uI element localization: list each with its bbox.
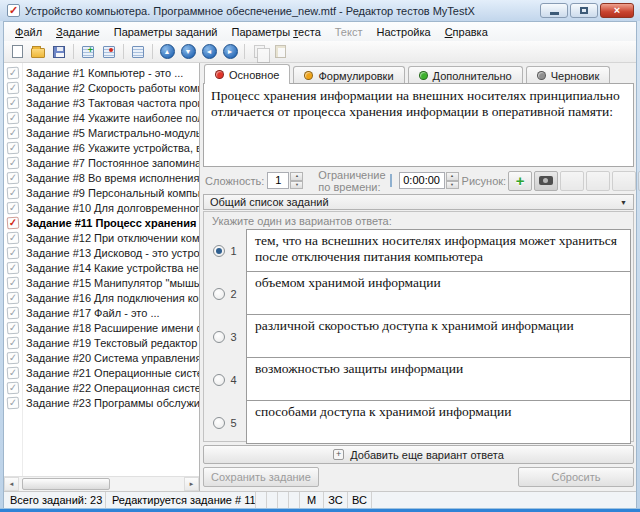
task-check-icon: ✓ bbox=[7, 126, 20, 139]
answer-text-field[interactable]: объемом хранимой информации bbox=[246, 271, 631, 315]
time-limit-checkbox[interactable] bbox=[390, 174, 392, 187]
open-file-button[interactable] bbox=[28, 42, 48, 61]
nav-down-icon: ▼ bbox=[181, 44, 196, 59]
status-cell-empty bbox=[278, 492, 289, 508]
task-list-item[interactable]: ✓Задание #14 Какие устройства не предназ… bbox=[4, 260, 199, 275]
menu-item-3[interactable]: Параметры теста bbox=[224, 24, 327, 40]
scroll-right-icon[interactable]: ► bbox=[184, 477, 199, 491]
copy-button bbox=[249, 42, 269, 61]
nav-down-button[interactable]: ▼ bbox=[178, 42, 198, 61]
maximize-button[interactable] bbox=[570, 3, 598, 18]
scrollbar-track[interactable] bbox=[19, 477, 184, 491]
tab-1[interactable]: Формулировки bbox=[293, 66, 404, 84]
task-list-item[interactable]: ✓Задание #18 Расширение имени файла, как… bbox=[4, 320, 199, 335]
answer-radio[interactable] bbox=[213, 331, 225, 343]
task-list-item[interactable]: ✓Задание #9 Персональный компьютер не бу… bbox=[4, 185, 199, 200]
task-list-item[interactable]: ✓Задание #10 Для долговременного хранени… bbox=[4, 200, 199, 215]
answer-radio[interactable] bbox=[213, 417, 225, 429]
task-list-item[interactable]: ✓Задание #16 Для подключения компьютера … bbox=[4, 290, 199, 305]
add-answer-button[interactable]: + Добавить еще вариант ответа bbox=[203, 445, 634, 464]
task-list-item[interactable]: ✓Задание #1 Компьютер - это ... bbox=[4, 65, 199, 80]
task-group-dropdown[interactable]: Общий список заданий ▼ bbox=[203, 194, 634, 210]
menu-item-0[interactable]: Файл bbox=[8, 24, 49, 40]
menu-item-6[interactable]: Справка bbox=[438, 24, 495, 40]
answer-option-row: 2объемом хранимой информации bbox=[204, 272, 631, 315]
move-task-icon bbox=[132, 46, 144, 58]
answer-radio[interactable] bbox=[213, 288, 225, 300]
answer-text-field[interactable]: тем, что на вснешних носителях информаци… bbox=[246, 229, 631, 272]
nav-next-button[interactable]: ► bbox=[220, 42, 240, 61]
move-task-button[interactable] bbox=[128, 42, 148, 61]
task-list-item[interactable]: ✓Задание #19 Текстовый редактор представ… bbox=[4, 335, 199, 350]
tab-0[interactable]: Основное bbox=[204, 64, 290, 84]
answer-number: 5 bbox=[230, 417, 236, 429]
task-list-item[interactable]: ✓Задание #5 Магистрально-модульный принц… bbox=[4, 125, 199, 140]
answer-number: 4 bbox=[230, 374, 236, 386]
new-file-button[interactable] bbox=[7, 42, 27, 61]
task-check-icon: ✓ bbox=[7, 366, 20, 379]
task-list-item[interactable]: ✓Задание #20 Система управления базами д… bbox=[4, 350, 199, 365]
question-text-field[interactable]: Процесс хранения информации на внешних н… bbox=[203, 83, 634, 167]
task-list-item[interactable]: ✓Задание #6 Укажите устройства, входящие… bbox=[4, 140, 199, 155]
window-title: Устройство компьютера. Программное обесп… bbox=[25, 5, 535, 17]
menu-item-5[interactable]: Настройка bbox=[369, 24, 437, 40]
delete-task-icon bbox=[103, 46, 115, 58]
nav-prev-button[interactable]: ◄ bbox=[199, 42, 219, 61]
reset-button[interactable]: Сбросить bbox=[518, 467, 634, 487]
save-file-button[interactable] bbox=[49, 42, 69, 61]
task-list-item[interactable]: ✓Задание #4 Укажите наиболее полный пере… bbox=[4, 110, 199, 125]
spin-up-icon[interactable]: ▲ bbox=[290, 172, 303, 181]
task-list-item[interactable]: ✓Задание #23 Программы обслуживания устр… bbox=[4, 395, 199, 410]
answer-radio[interactable] bbox=[213, 374, 225, 386]
open-file-icon bbox=[31, 48, 45, 58]
answer-text-field[interactable]: различной скоростью доступа к хранимой и… bbox=[246, 314, 631, 358]
difficulty-value[interactable]: 1 bbox=[267, 172, 289, 189]
task-list-item[interactable]: ✓Задание #7 Постоянное запоминающее устр… bbox=[4, 155, 199, 170]
task-label: Задание #2 Скорость работы компьютера за… bbox=[19, 82, 199, 94]
menu-item-1[interactable]: Задание bbox=[49, 24, 107, 40]
spin-up-icon[interactable]: ▲ bbox=[446, 172, 459, 181]
task-list-item[interactable]: ✓Задание #3 Тактовая частота процессора … bbox=[4, 95, 199, 110]
difficulty-stepper: 1 ▲ ▼ bbox=[267, 172, 303, 189]
answer-radio-cell: 2 bbox=[204, 272, 246, 315]
menu-item-2[interactable]: Параметры заданий bbox=[107, 24, 225, 40]
task-list-item[interactable]: ✓Задание #21 Операционные системы предст… bbox=[4, 365, 199, 380]
tab-2[interactable]: Дополнительно bbox=[408, 66, 523, 84]
time-limit-value[interactable]: 0:00:00 bbox=[399, 172, 445, 189]
add-picture-button[interactable]: + bbox=[508, 171, 532, 191]
close-button[interactable]: × bbox=[600, 3, 634, 18]
window-controls: × bbox=[540, 3, 634, 18]
task-editor-panel: ОсновноеФормулировкиДополнительноЧернови… bbox=[200, 63, 636, 491]
task-list-item[interactable]: ✓Задание #22 Операционная система - это … bbox=[4, 380, 199, 395]
task-list-item[interactable]: ✓Задание #11 Процесс хранения информации bbox=[4, 215, 199, 230]
scroll-left-icon[interactable]: ◄ bbox=[4, 477, 19, 491]
task-check-icon: ✓ bbox=[7, 96, 20, 109]
answer-radio[interactable] bbox=[213, 245, 225, 257]
scrollbar-thumb[interactable] bbox=[22, 478, 110, 490]
task-label: Задание #18 Расширение имени файла, как … bbox=[19, 322, 199, 334]
screenshot-button[interactable] bbox=[534, 171, 558, 191]
task-list-hscrollbar[interactable]: ◄ ► bbox=[4, 476, 199, 491]
task-list-item[interactable]: ✓Задание #17 Файл - это ... bbox=[4, 305, 199, 320]
tab-3[interactable]: Черновик bbox=[526, 66, 611, 84]
task-list-item[interactable]: ✓Задание #8 Во время исполнения прикладн… bbox=[4, 170, 199, 185]
answer-text-field[interactable]: возможностью защиты информации bbox=[246, 357, 631, 401]
tab-status-dot-icon bbox=[537, 71, 546, 80]
save-task-button[interactable]: Сохранить задание bbox=[203, 467, 319, 487]
maximize-icon bbox=[580, 7, 588, 14]
add-task-button[interactable]: + bbox=[78, 42, 98, 61]
spin-down-icon[interactable]: ▼ bbox=[446, 181, 459, 190]
nav-up-button[interactable]: ▲ bbox=[157, 42, 177, 61]
spin-down-icon[interactable]: ▼ bbox=[290, 181, 303, 190]
task-check-icon: ✓ bbox=[7, 231, 20, 244]
answer-option-row: 1тем, что на вснешних носителях информац… bbox=[204, 229, 631, 272]
task-list-item[interactable]: ✓Задание #13 Дисковод - это устройство д… bbox=[4, 245, 199, 260]
minimize-button[interactable] bbox=[540, 3, 568, 18]
answer-text-field[interactable]: способами доступа к хранимой информации bbox=[246, 400, 631, 444]
task-list-item[interactable]: ✓Задание #2 Скорость работы компьютера з… bbox=[4, 80, 199, 95]
task-list-item[interactable]: ✓Задание #15 Манипулятор "мышь" - это ус… bbox=[4, 275, 199, 290]
delete-task-button[interactable] bbox=[99, 42, 119, 61]
task-check-icon: ✓ bbox=[7, 396, 20, 409]
toolbar-separator bbox=[73, 44, 74, 59]
task-list-item[interactable]: ✓Задание #12 При отключении компьютера и… bbox=[4, 230, 199, 245]
